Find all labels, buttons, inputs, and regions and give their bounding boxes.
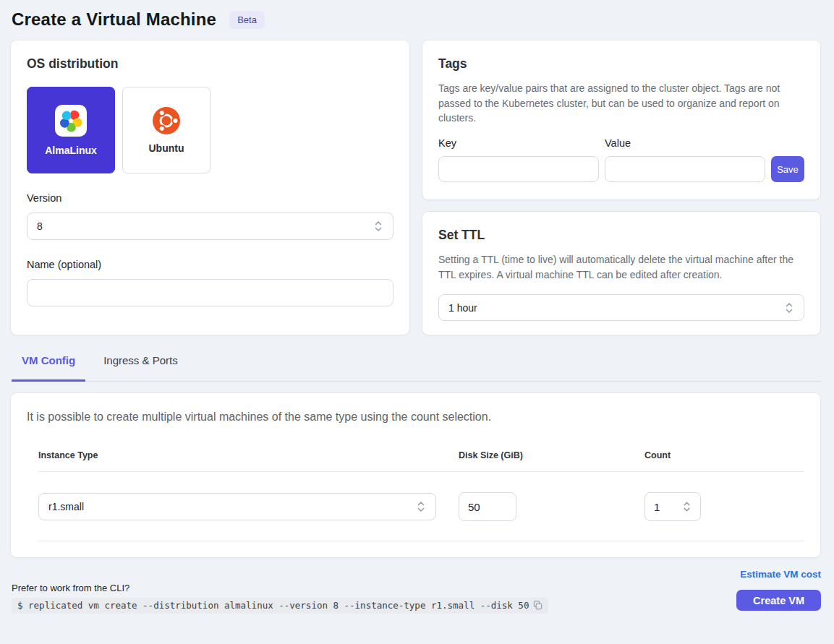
copy-icon[interactable] (533, 601, 542, 610)
vm-config-card: It is possible to create multiple virtua… (10, 392, 821, 558)
save-tag-button[interactable]: Save (771, 156, 804, 182)
right-column: Tags Tags are key/value pairs that are a… (422, 40, 821, 335)
count-value: 1 (654, 501, 660, 513)
os-tiles: AlmaLinux (27, 87, 393, 173)
set-ttl-heading: Set TTL (438, 228, 804, 243)
chevron-up-down-icon (416, 500, 426, 513)
count-stepper[interactable]: 1 (644, 492, 701, 521)
column-disk-size: Disk Size (GiB) (459, 450, 644, 471)
os-option-label: Ubuntu (149, 142, 184, 154)
page-title: Create a Virtual Machine (12, 9, 216, 30)
column-instance-type: Instance Type (38, 450, 459, 471)
almalinux-logo-icon (55, 105, 87, 137)
vm-config-description: It is possible to create multiple virtua… (27, 411, 804, 424)
cli-section: Prefer to work from the CLI? $ replicate… (12, 583, 548, 614)
instance-type-select[interactable]: r1.small (38, 493, 436, 520)
almalinux-pinwheel (59, 109, 83, 132)
estimate-vm-cost-link[interactable]: Estimate VM cost (740, 569, 821, 580)
version-select[interactable]: 8 (27, 212, 393, 240)
os-option-label: AlmaLinux (45, 145, 97, 156)
tags-heading: Tags (438, 56, 804, 72)
chevron-up-down-icon (373, 220, 383, 233)
column-count: Count (644, 450, 804, 471)
tag-key-input[interactable] (438, 156, 599, 182)
tab-bar: VM Config Ingress & Ports (12, 353, 821, 382)
page-footer: Prefer to work from the CLI? $ replicate… (12, 569, 821, 614)
chevron-up-down-icon (682, 500, 692, 513)
chevron-up-down-icon (784, 301, 794, 314)
name-input[interactable] (27, 279, 393, 306)
tab-ingress-ports[interactable]: Ingress & Ports (93, 353, 188, 382)
set-ttl-card: Set TTL Setting a TTL (time to live) wil… (422, 211, 821, 335)
tag-value-input[interactable] (605, 156, 765, 182)
create-vm-button[interactable]: Create VM (736, 590, 821, 611)
tag-value-label: Value (605, 137, 765, 149)
ttl-select-value: 1 hour (448, 302, 477, 314)
cli-command-block: $ replicated vm create --distribution al… (12, 598, 548, 614)
disk-size-input[interactable] (459, 492, 516, 521)
version-select-value: 8 (37, 220, 43, 232)
cli-prompt: Prefer to work from the CLI? (12, 583, 548, 593)
vm-table-row: r1.small 1 (38, 472, 804, 541)
os-distribution-heading: OS distribution (27, 56, 393, 72)
tag-key-label: Key (438, 137, 599, 149)
set-ttl-description: Setting a TTL (time to live) will automa… (438, 252, 804, 282)
page-header: Create a Virtual Machine Beta (0, 0, 834, 40)
tag-key-field: Key (438, 137, 599, 182)
os-option-ubuntu[interactable]: Ubuntu (122, 87, 210, 173)
footer-actions: Estimate VM cost Create VM (736, 569, 821, 614)
top-grid: OS distribution AlmaLinux (10, 40, 821, 335)
version-label: Version (27, 192, 393, 204)
ttl-select[interactable]: 1 hour (438, 294, 804, 321)
vm-table-header: Instance Type Disk Size (GiB) Count (38, 450, 804, 472)
vm-table: Instance Type Disk Size (GiB) Count r1.s… (38, 450, 804, 541)
os-option-almalinux[interactable]: AlmaLinux (27, 87, 115, 173)
instance-type-value: r1.small (48, 501, 84, 512)
beta-badge: Beta (229, 11, 265, 29)
tag-value-field: Value (605, 137, 765, 182)
tags-card: Tags Tags are key/value pairs that are a… (422, 40, 821, 200)
tag-form: Key Value Save (438, 137, 804, 182)
tab-vm-config[interactable]: VM Config (12, 353, 85, 382)
ubuntu-logo-icon (153, 107, 180, 134)
tags-description: Tags are key/value pairs that are assign… (438, 81, 804, 126)
name-label: Name (optional) (27, 259, 393, 270)
os-distribution-card: OS distribution AlmaLinux (10, 40, 410, 335)
cli-command-text: $ replicated vm create --distribution al… (17, 600, 529, 611)
